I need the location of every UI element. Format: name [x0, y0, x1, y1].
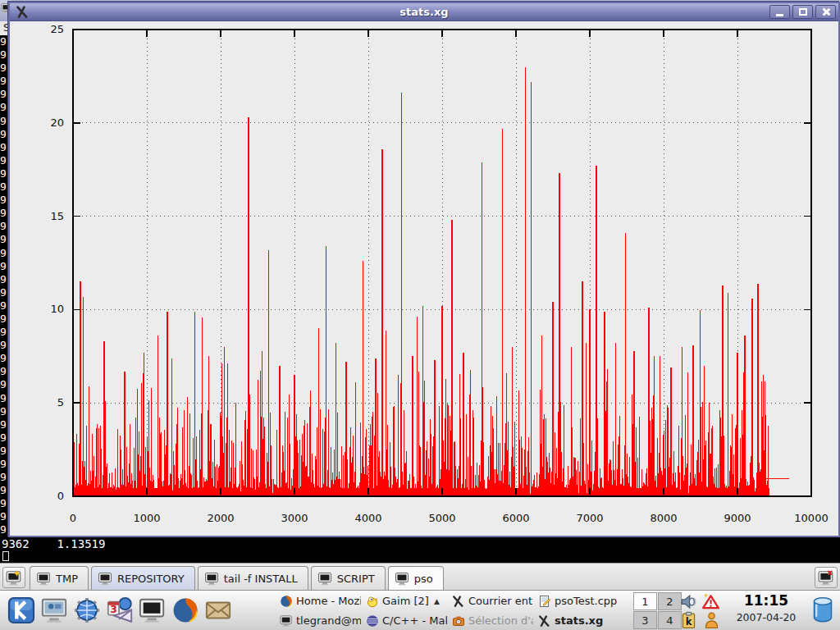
pager-desktop-2[interactable]: 2	[658, 592, 682, 610]
plot-canvas[interactable]	[72, 29, 812, 497]
launcher-kontact-icon[interactable]: 3	[105, 595, 135, 626]
y-tick-label: 20	[10, 116, 64, 129]
task-button-label: psoTest.cpp	[555, 595, 617, 607]
kmenu-icon	[7, 596, 35, 624]
tray-presence-icon[interactable]	[702, 611, 721, 630]
konsole-tab-repository[interactable]: REPOSITORY	[91, 566, 195, 591]
y-tick-label: 10	[10, 303, 64, 315]
new-session-icon	[6, 570, 22, 586]
terminal-cursor	[2, 551, 9, 561]
terminal-readout-line: 9362 1.13519	[2, 538, 840, 550]
xgraph-window: stats.xg 0510152025010002000300040005000…	[8, 2, 840, 537]
close-session-button[interactable]	[815, 567, 838, 588]
window-buttons	[769, 5, 836, 19]
task-button-c-c-make[interactable]: C/C++ - Make	[363, 611, 450, 630]
task-button-row: Home - MozillGaim [2]▲Courrier entrpsoTe…	[277, 591, 622, 610]
konsole-icon	[139, 596, 167, 624]
x-tick-label: 10000	[787, 512, 836, 524]
x-tick-label: 2000	[196, 512, 245, 524]
task-button-label: Home - Mozill	[296, 595, 361, 607]
taskbar-panel: 11:15 2007-04-20 3Home - MozillGaim [2]▲…	[0, 590, 840, 630]
close-session-icon	[818, 570, 834, 586]
task-button-label: Gaim [2]	[382, 595, 429, 607]
maximize-button[interactable]	[792, 5, 813, 19]
x-tick-label: 8000	[639, 512, 688, 524]
terminal-icon	[280, 614, 293, 628]
terminal-icon	[317, 572, 333, 586]
firefox-icon	[171, 596, 199, 624]
launcher-konqueror-icon[interactable]	[72, 595, 102, 626]
clock-date: 2007-04-20	[727, 609, 806, 626]
panel-clock[interactable]: 11:15 2007-04-20	[727, 592, 806, 626]
task-button-gaim-2-[interactable]: Gaim [2]▲	[363, 591, 450, 610]
tray-klipper-icon[interactable]: k	[679, 611, 698, 630]
pager-desktop-1[interactable]: 1	[633, 592, 657, 610]
task-button-label: tlegrand@ma	[296, 614, 361, 627]
close-button[interactable]	[815, 5, 836, 19]
tab-label: TMP	[56, 573, 78, 585]
launcher-kmenu-icon[interactable]	[7, 595, 36, 626]
x-app-icon[interactable]	[16, 5, 30, 19]
task-button-row: tlegrand@maC/C++ - MakeSélection d'astat…	[277, 611, 622, 630]
pager-desktop-3[interactable]: 3	[633, 611, 657, 629]
x-tick-label: 4000	[344, 512, 393, 524]
plot-area: 0510152025010002000300040005000600070008…	[10, 21, 838, 536]
launcher-desktop-icon[interactable]	[39, 595, 69, 626]
x-app-icon	[452, 595, 465, 608]
pager-desktop-4[interactable]: 4	[658, 611, 682, 629]
window-titlebar[interactable]: stats.xg	[10, 3, 838, 21]
kate-icon	[538, 595, 551, 608]
svg-text:3: 3	[110, 604, 117, 615]
minimize-button[interactable]	[769, 5, 790, 19]
minimize-icon	[776, 14, 783, 16]
x-tick-label: 3000	[270, 512, 319, 524]
konsole-tab-tail-f-install[interactable]: tail -f INSTALL	[198, 566, 308, 591]
x-tick-label: 1000	[122, 512, 171, 524]
task-button-s-lection-d-a[interactable]: Sélection d'a	[450, 611, 536, 630]
task-button-tlegrand-ma[interactable]: tlegrand@ma	[277, 611, 363, 630]
task-button-courrier-entr[interactable]: Courrier entr	[450, 591, 536, 610]
kontact-icon: 3	[106, 596, 134, 624]
tab-label: pso	[414, 573, 433, 585]
konqueror-icon	[73, 596, 101, 624]
konsole-tab-tmp[interactable]: TMP	[30, 566, 89, 591]
launcher-konsole-icon[interactable]	[138, 595, 167, 626]
task-button-psotest-cpp[interactable]: psoTest.cpp	[536, 591, 622, 610]
task-button-home-mozill[interactable]: Home - Mozill	[277, 591, 363, 610]
task-button-stats-xg[interactable]: stats.xg	[536, 611, 622, 630]
desktop-screen: S 9. 9. 9. 9. 9. 9. 9. 9. 9. 9. 9. 9. 9.…	[0, 0, 840, 630]
window-title: stats.xg	[10, 6, 838, 18]
firefox-icon	[280, 595, 293, 608]
kmail-icon	[204, 596, 232, 624]
x-tick-label: 6000	[491, 512, 541, 524]
desktop-icon	[40, 596, 68, 624]
new-session-button[interactable]	[2, 567, 25, 588]
ksnapshot-icon	[452, 614, 465, 628]
x-app-icon	[538, 614, 551, 628]
group-arrow-icon: ▲	[434, 597, 440, 605]
close-icon	[821, 7, 830, 16]
tab-label: REPOSITORY	[117, 573, 185, 585]
tray-volume-icon[interactable]	[679, 592, 698, 611]
terminal-icon	[36, 572, 52, 586]
tab-label: tail -f INSTALL	[224, 573, 298, 585]
terminal-icon	[98, 572, 113, 586]
konsole-tab-pso[interactable]: pso	[388, 566, 444, 591]
clock-time: 11:15	[727, 592, 806, 609]
terminal-icon	[204, 572, 220, 586]
x-tick-label: 0	[48, 512, 98, 524]
tray-alarm-icon[interactable]	[701, 592, 720, 611]
konsole-tab-script[interactable]: SCRIPT	[311, 566, 386, 591]
svg-text:k: k	[686, 616, 692, 628]
launcher-kmail-icon[interactable]	[203, 595, 233, 626]
x-tick-label: 9000	[713, 512, 762, 524]
glass-icon[interactable]	[810, 596, 835, 627]
eclipse-icon	[366, 614, 379, 628]
launcher-firefox-icon[interactable]	[171, 595, 200, 626]
x-tick-label: 7000	[565, 512, 614, 524]
terminal-icon	[395, 572, 410, 586]
gaim-icon	[366, 595, 379, 608]
tab-label: SCRIPT	[337, 573, 375, 585]
konsole-terminal-output[interactable]: 9362 1.13519	[0, 537, 840, 563]
desktop-pager: 1234	[633, 592, 682, 629]
